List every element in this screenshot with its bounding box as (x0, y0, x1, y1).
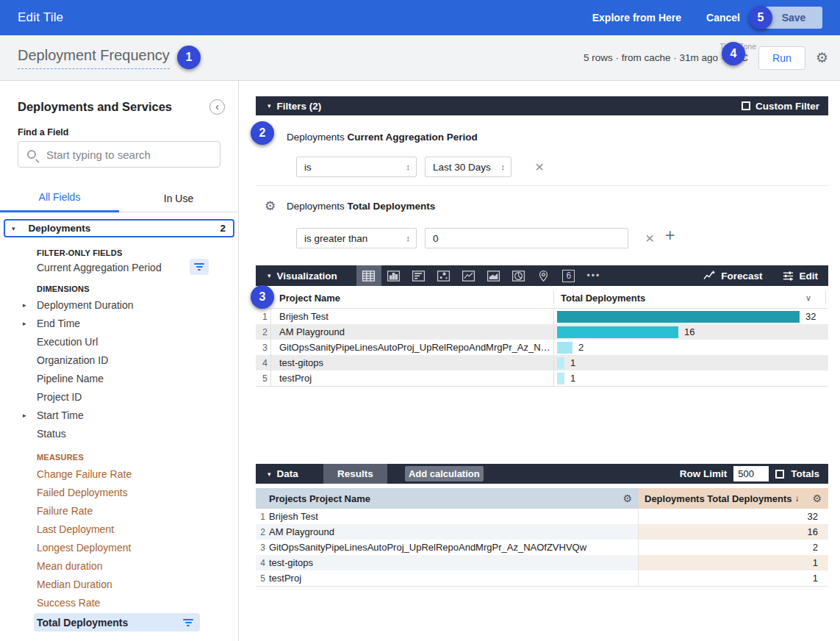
cell-project-name[interactable]: testProj (279, 373, 553, 384)
filter-1-value-select[interactable]: Last 30 Days ↕ (425, 157, 511, 177)
tab-in-use[interactable]: In Use (119, 184, 238, 212)
sidebar-field-mean-duration[interactable]: Mean duration (0, 556, 210, 575)
chevron-down-icon[interactable]: ∨ (805, 287, 811, 309)
sidebar-field-deployment-duration[interactable]: ▸ Deployment Duration (0, 296, 210, 314)
column-gear-icon[interactable]: ⚙ (622, 493, 632, 504)
sidebar-field-median-duration[interactable]: Median Duration (0, 575, 210, 593)
cell-value[interactable]: 32 (639, 509, 828, 524)
data-table-row[interactable]: 5 testProj 1 (256, 570, 828, 586)
value-bar[interactable] (557, 326, 678, 338)
viz-type-bar-chart-icon[interactable] (406, 265, 431, 286)
filter-1-operator-select[interactable]: is ↕ (296, 157, 417, 177)
cell-project-name[interactable]: GitOpsSanityPipeLinesAutoProj_UpRelRepoA… (279, 342, 553, 353)
filter-icon[interactable] (190, 259, 209, 275)
cell-project-name[interactable]: AM Playground (279, 326, 553, 337)
filter-2-value-input[interactable] (425, 228, 628, 248)
tab-all-fields[interactable]: All Fields (0, 184, 119, 212)
cell-project-name[interactable]: Brijesh Test (265, 509, 639, 524)
data-table-row[interactable]: 1 Brijesh Test 32 (256, 509, 828, 524)
viz-col-project-name[interactable]: Project Name (279, 287, 340, 309)
expand-caret-icon[interactable]: ▸ (23, 320, 26, 327)
collapse-caret-icon[interactable]: ▾ (268, 470, 271, 478)
collapse-sidebar-icon[interactable]: ‹ (209, 99, 225, 115)
sidebar-field-execution-url[interactable]: Execution Url (0, 332, 210, 351)
sidebar-field-success-rate[interactable]: Success Rate (0, 593, 210, 612)
sidebar-field-longest-deployment[interactable]: Longest Deployment (0, 538, 210, 556)
value-bar[interactable] (557, 373, 564, 384)
run-button[interactable]: Run (758, 46, 805, 70)
cell-project-name[interactable]: GitOpsSanityPipeLinesAutoProj_UpRelRepoA… (265, 540, 639, 555)
explore-from-here-button[interactable]: Explore from Here (592, 12, 681, 24)
viz-type-pie-chart-icon[interactable] (506, 265, 531, 286)
viz-table-row[interactable]: 5 testProj 1 (256, 370, 828, 386)
collapse-caret-icon[interactable]: ▾ (268, 102, 271, 110)
viz-type-map-icon[interactable] (531, 265, 556, 286)
cell-value[interactable]: 2 (639, 540, 828, 555)
sidebar-field-end-time[interactable]: ▸ End Time (0, 314, 210, 332)
viz-table-row[interactable]: 2 AM Playground 16 (256, 324, 828, 340)
viz-type-column-chart-icon[interactable] (381, 265, 406, 286)
viz-table-row[interactable]: 4 test-gitops 1 (256, 355, 828, 370)
remove-filter-1-icon[interactable]: × (535, 159, 544, 174)
cell-project-name[interactable]: Brijesh Test (279, 311, 553, 322)
column-divider[interactable] (553, 291, 554, 304)
viz-table-row[interactable]: 1 Brijesh Test 32 (256, 309, 828, 324)
sidebar-field-last-deployment[interactable]: Last Deployment (0, 520, 210, 538)
filter-2-settings-gear-icon[interactable]: ⚙ (265, 198, 276, 214)
sort-desc-icon[interactable]: ↓ (795, 493, 800, 504)
viz-col-total-deployments[interactable]: Total Deployments (561, 287, 645, 309)
column-gear-icon[interactable]: ⚙ (812, 493, 822, 504)
results-tab[interactable]: Results (323, 464, 387, 484)
data-table-row[interactable]: 3 GitOpsSanityPipeLinesAutoProj_UpRelRep… (256, 540, 828, 555)
custom-filter-checkbox[interactable] (742, 101, 750, 110)
cancel-button[interactable]: Cancel (706, 12, 740, 24)
cell-value[interactable]: 1 (570, 357, 575, 368)
visualization-section-bar[interactable]: ▾ Visualization (256, 265, 828, 286)
row-limit-input[interactable] (733, 466, 769, 481)
sidebar-field-project-id[interactable]: Project ID (0, 387, 210, 406)
save-button[interactable]: Save (765, 7, 822, 29)
sidebar-field-failed-deployments[interactable]: Failed Deployments (0, 483, 210, 501)
viz-table-row[interactable]: 3 GitOpsSanityPipeLinesAutoProj_UpRelRep… (256, 340, 828, 355)
value-bar[interactable] (557, 342, 572, 354)
view-group-deployments[interactable]: ▾ Deployments 2 (4, 219, 234, 237)
viz-type-area-chart-icon[interactable] (481, 265, 506, 286)
collapse-caret-icon[interactable]: ▾ (268, 272, 271, 279)
viz-type-scatter-icon[interactable] (431, 265, 456, 286)
expand-caret-icon[interactable]: ▸ (23, 412, 26, 419)
sidebar-field-status[interactable]: Status (0, 424, 210, 443)
sidebar-field-failure-rate[interactable]: Failure Rate (0, 501, 210, 520)
edit-viz-button[interactable]: Edit (782, 270, 819, 282)
data-col-total-deployments[interactable]: Deployments Total Deployments ↓ ⚙ (639, 488, 828, 509)
data-col-project-name[interactable]: Projects Project Name ⚙ (256, 488, 639, 509)
cell-value[interactable]: 1 (570, 373, 575, 384)
sidebar-field-change-failure-rate[interactable]: Change Failure Rate (0, 465, 210, 483)
viz-type-line-chart-icon[interactable] (456, 265, 481, 286)
sidebar-field-total-deployments-selected[interactable]: Total Deployments (34, 613, 200, 631)
value-bar[interactable] (557, 357, 564, 369)
viz-type-single-value-icon[interactable]: 6 (556, 265, 581, 286)
viz-type-table-icon[interactable] (356, 265, 381, 286)
field-search-box[interactable] (18, 141, 220, 168)
remove-filter-2-icon[interactable]: × (645, 230, 654, 246)
sidebar-field-start-time[interactable]: ▸ Start Time (0, 406, 210, 424)
filters-section-bar[interactable]: ▾ Filters (2) Custom Filter (256, 96, 828, 115)
data-section-bar[interactable]: ▾ Data Results Add calculation Row Limit… (256, 464, 828, 484)
cell-project-name[interactable]: AM Playground (265, 524, 639, 540)
cell-project-name[interactable]: test-gitops (279, 357, 553, 368)
cell-project-name[interactable]: testProj (265, 570, 639, 586)
page-title[interactable]: Deployment Frequency (18, 47, 170, 69)
cell-value[interactable]: 16 (684, 326, 694, 337)
cell-value[interactable]: 2 (578, 342, 584, 353)
query-settings-gear-icon[interactable]: ⚙ (816, 51, 828, 65)
sidebar-field-pipeline-name[interactable]: Pipeline Name (0, 369, 210, 387)
viz-type-more-icon[interactable]: ••• (581, 265, 606, 286)
cell-value[interactable]: 32 (805, 311, 816, 322)
filter-2-operator-select[interactable]: is greater than ↕ (296, 228, 417, 248)
field-search-input[interactable] (45, 148, 211, 162)
forecast-button[interactable]: Forecast (703, 269, 762, 282)
add-calculation-button[interactable]: Add calculation (405, 466, 484, 481)
expand-caret-icon[interactable]: ▸ (23, 301, 26, 309)
add-filter-icon[interactable]: + (665, 227, 675, 244)
data-table-row[interactable]: 2 AM Playground 16 (256, 524, 828, 540)
